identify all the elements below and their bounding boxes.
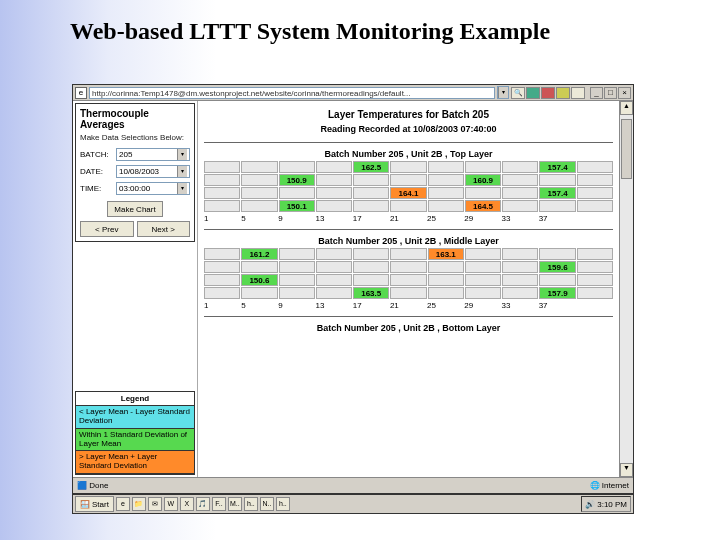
taskbar-item[interactable]: h..: [244, 497, 258, 511]
page-icon: e: [75, 87, 87, 99]
clock: 3:10 PM: [597, 500, 627, 509]
heatmap-cell: 162.5: [353, 161, 389, 173]
heatmap-cell: [428, 274, 464, 286]
heatmap-cell: [241, 187, 277, 199]
main-subtitle: Reading Recorded at 10/08/2003 07:40:00: [204, 124, 613, 134]
axis-tick: 1: [204, 301, 241, 310]
heatmap-cell: [279, 187, 315, 199]
heatmap-cell: [353, 200, 389, 212]
axis-tick: [576, 214, 613, 223]
date-label: DATE:: [80, 167, 112, 176]
heatmap-cell: [204, 248, 240, 260]
heatmap-cell: [502, 187, 538, 199]
heatmap-cell: [241, 261, 277, 273]
heatmap-cell: [428, 200, 464, 212]
scroll-up-button[interactable]: ▲: [620, 101, 633, 115]
taskbar-item[interactable]: N..: [260, 497, 274, 511]
chart-title: Batch Number 205 , Unit 2B , Top Layer: [204, 149, 613, 159]
tray-icon[interactable]: 🔊: [585, 500, 595, 509]
scroll-down-button[interactable]: ▼: [620, 463, 633, 477]
legend-title: Legend: [76, 392, 194, 406]
heatmap-cell: [577, 287, 613, 299]
heatmap-cell: [316, 261, 352, 273]
toolbar-button[interactable]: [526, 87, 540, 99]
scrollbar[interactable]: ▲ ▼: [619, 101, 633, 477]
heatmap-cell: [577, 161, 613, 173]
legend-row-high: > Layer Mean + Layer Standard Deviation: [76, 451, 194, 474]
quick-launch-item[interactable]: ✉: [148, 497, 162, 511]
heatmap-cell: [204, 200, 240, 212]
maximize-button[interactable]: □: [604, 87, 617, 99]
quick-launch-item[interactable]: 🎵: [196, 497, 210, 511]
axis-tick: 17: [353, 301, 390, 310]
heatmap-cell: [539, 174, 575, 186]
heatmap-cell: [428, 161, 464, 173]
axis-tick: 17: [353, 214, 390, 223]
axis-tick: 29: [464, 214, 501, 223]
chevron-down-icon: ▾: [177, 183, 187, 194]
main-title: Layer Temperatures for Batch 205: [204, 109, 613, 120]
taskbar-item[interactable]: h..: [276, 497, 290, 511]
heatmap-cell: 159.6: [539, 261, 575, 273]
date-select[interactable]: 10/08/2003▾: [116, 165, 190, 178]
heatmap-cell: 157.4: [539, 161, 575, 173]
heatmap-cell: [577, 187, 613, 199]
legend-row-low: < Layer Mean - Layer Standard Deviation: [76, 406, 194, 429]
quick-launch-item[interactable]: W: [164, 497, 178, 511]
heatmap-cell: [465, 261, 501, 273]
chevron-down-icon[interactable]: ▾: [498, 87, 508, 98]
axis-tick: 1: [204, 214, 241, 223]
batch-select[interactable]: 205▾: [116, 148, 190, 161]
quick-launch-item[interactable]: X: [180, 497, 194, 511]
toolbar-button[interactable]: [571, 87, 585, 99]
status-right: 🌐 Internet: [590, 481, 629, 490]
prev-button[interactable]: < Prev: [80, 221, 134, 237]
address-input[interactable]: http://corinna:Temp1478@dm.westonproject…: [89, 87, 495, 99]
scroll-thumb[interactable]: [621, 119, 632, 179]
time-select[interactable]: 03:00:00▾: [116, 182, 190, 195]
axis-tick: 21: [390, 214, 427, 223]
chart-title: Batch Number 205 , Unit 2B , Middle Laye…: [204, 236, 613, 246]
heatmap-cell: [204, 274, 240, 286]
sidebar: Thermocouple Averages Make Data Selectio…: [73, 101, 198, 477]
heatmap-cell: [577, 248, 613, 260]
quick-launch-item[interactable]: 📁: [132, 497, 146, 511]
toolbar-button[interactable]: 🔍: [511, 87, 525, 99]
heatmap-cell: [428, 174, 464, 186]
heatmap-cell: [353, 174, 389, 186]
heatmap-cell: [316, 187, 352, 199]
heatmap-cell: [241, 174, 277, 186]
heatmap-cell: [539, 200, 575, 212]
make-chart-button[interactable]: Make Chart: [107, 201, 162, 217]
heatmap-cell: [241, 200, 277, 212]
next-button[interactable]: Next >: [137, 221, 191, 237]
toolbar-button[interactable]: [556, 87, 570, 99]
axis-tick: 13: [316, 214, 353, 223]
start-button[interactable]: 🪟 Start: [75, 496, 114, 512]
legend: Legend < Layer Mean - Layer Standard Dev…: [75, 391, 195, 475]
minimize-button[interactable]: _: [590, 87, 603, 99]
heatmap-cell: [241, 287, 277, 299]
heatmap-cell: [316, 200, 352, 212]
heatmap-cell: [465, 274, 501, 286]
heatmap-cell: [502, 248, 538, 260]
chart-title: Batch Number 205 , Unit 2B , Bottom Laye…: [204, 323, 613, 333]
heatmap-cell: [577, 274, 613, 286]
heatmap-cell: [390, 161, 426, 173]
heatmap-cell: [577, 261, 613, 273]
quick-launch-item[interactable]: e: [116, 497, 130, 511]
system-tray[interactable]: 🔊 3:10 PM: [581, 496, 631, 512]
toolbar-button[interactable]: [541, 87, 555, 99]
heatmap-cell: [428, 187, 464, 199]
heatmap-cell: [390, 200, 426, 212]
heatmap-cell: [502, 261, 538, 273]
taskbar-item[interactable]: M..: [228, 497, 242, 511]
close-button[interactable]: ×: [618, 87, 631, 99]
heatmap-cell: [353, 187, 389, 199]
legend-row-mid: Within 1 Standard Deviation of Layer Mea…: [76, 429, 194, 452]
axis-tick: 33: [501, 301, 538, 310]
axis-tick: 5: [241, 214, 278, 223]
heatmap-cell: [428, 287, 464, 299]
taskbar-item[interactable]: F..: [212, 497, 226, 511]
heatmap-cell: 160.9: [465, 174, 501, 186]
